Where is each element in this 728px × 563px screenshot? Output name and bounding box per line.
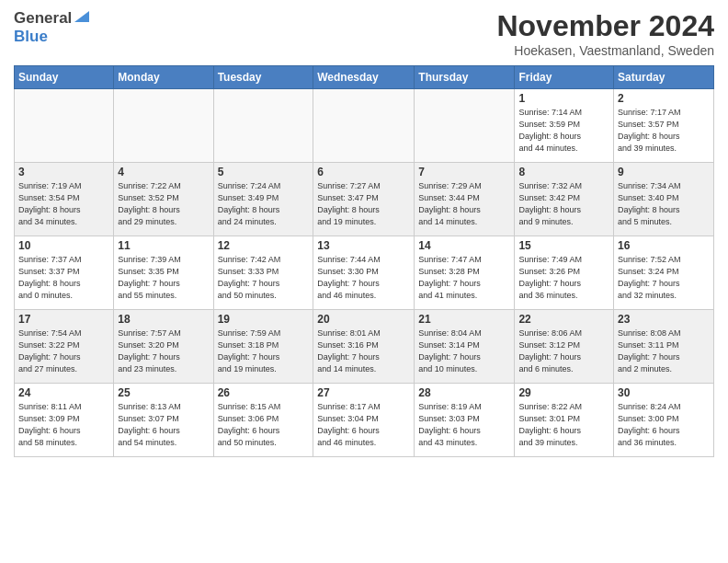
calendar-week-2: 3Sunrise: 7:19 AM Sunset: 3:54 PM Daylig… bbox=[15, 163, 714, 236]
day-number: 25 bbox=[118, 386, 209, 399]
calendar-cell: 10Sunrise: 7:37 AM Sunset: 3:37 PM Dayli… bbox=[15, 236, 114, 310]
title-area: November 2024 Hoekasen, Vaestmanland, Sw… bbox=[496, 9, 714, 58]
day-number: 15 bbox=[518, 239, 609, 252]
page: General Blue November 2024 Hoekasen, Vae… bbox=[0, 0, 728, 563]
calendar-cell: 29Sunrise: 8:22 AM Sunset: 3:01 PM Dayli… bbox=[515, 384, 614, 457]
calendar-cell: 12Sunrise: 7:42 AM Sunset: 3:33 PM Dayli… bbox=[213, 236, 313, 310]
day-number: 11 bbox=[118, 239, 209, 252]
day-number: 8 bbox=[518, 166, 609, 178]
day-info: Sunrise: 7:39 AM Sunset: 3:35 PM Dayligh… bbox=[118, 254, 209, 302]
calendar-cell bbox=[15, 89, 114, 163]
calendar-cell: 18Sunrise: 7:57 AM Sunset: 3:20 PM Dayli… bbox=[114, 310, 213, 384]
logo-blue-text: Blue bbox=[14, 28, 48, 45]
day-info: Sunrise: 8:04 AM Sunset: 3:14 PM Dayligh… bbox=[418, 327, 510, 375]
day-info: Sunrise: 7:52 AM Sunset: 3:24 PM Dayligh… bbox=[618, 254, 710, 302]
calendar-header-friday: Friday bbox=[515, 66, 614, 89]
calendar-cell: 22Sunrise: 8:06 AM Sunset: 3:12 PM Dayli… bbox=[515, 310, 614, 384]
calendar-table: SundayMondayTuesdayWednesdayThursdayFrid… bbox=[14, 65, 714, 457]
day-info: Sunrise: 8:24 AM Sunset: 3:00 PM Dayligh… bbox=[618, 401, 710, 449]
calendar-cell: 30Sunrise: 8:24 AM Sunset: 3:00 PM Dayli… bbox=[614, 384, 714, 457]
calendar-cell: 16Sunrise: 7:52 AM Sunset: 3:24 PM Dayli… bbox=[614, 236, 714, 310]
calendar-week-3: 10Sunrise: 7:37 AM Sunset: 3:37 PM Dayli… bbox=[15, 236, 714, 310]
day-info: Sunrise: 7:29 AM Sunset: 3:44 PM Dayligh… bbox=[418, 180, 510, 228]
day-number: 1 bbox=[518, 92, 609, 105]
day-number: 24 bbox=[18, 386, 109, 399]
calendar-header-row: SundayMondayTuesdayWednesdayThursdayFrid… bbox=[15, 66, 714, 89]
calendar-cell: 9Sunrise: 7:34 AM Sunset: 3:40 PM Daylig… bbox=[614, 163, 714, 236]
calendar-cell: 5Sunrise: 7:24 AM Sunset: 3:49 PM Daylig… bbox=[213, 163, 313, 236]
day-number: 12 bbox=[218, 239, 310, 252]
day-number: 28 bbox=[418, 386, 510, 399]
calendar-week-1: 1Sunrise: 7:14 AM Sunset: 3:59 PM Daylig… bbox=[15, 89, 714, 163]
calendar-cell: 20Sunrise: 8:01 AM Sunset: 3:16 PM Dayli… bbox=[313, 310, 415, 384]
day-number: 29 bbox=[518, 386, 609, 399]
day-number: 10 bbox=[18, 239, 109, 252]
day-info: Sunrise: 7:59 AM Sunset: 3:18 PM Dayligh… bbox=[218, 327, 310, 375]
calendar-header-wednesday: Wednesday bbox=[313, 66, 415, 89]
calendar-cell: 24Sunrise: 8:11 AM Sunset: 3:09 PM Dayli… bbox=[15, 384, 114, 457]
day-info: Sunrise: 7:47 AM Sunset: 3:28 PM Dayligh… bbox=[418, 254, 510, 302]
calendar-cell: 23Sunrise: 8:08 AM Sunset: 3:11 PM Dayli… bbox=[614, 310, 714, 384]
calendar-cell: 19Sunrise: 7:59 AM Sunset: 3:18 PM Dayli… bbox=[213, 310, 313, 384]
calendar-cell: 25Sunrise: 8:13 AM Sunset: 3:07 PM Dayli… bbox=[114, 384, 213, 457]
header: General Blue November 2024 Hoekasen, Vae… bbox=[14, 9, 714, 58]
calendar-cell: 14Sunrise: 7:47 AM Sunset: 3:28 PM Dayli… bbox=[415, 236, 515, 310]
day-number: 21 bbox=[418, 313, 510, 326]
day-number: 20 bbox=[317, 313, 410, 326]
day-info: Sunrise: 7:54 AM Sunset: 3:22 PM Dayligh… bbox=[18, 327, 109, 375]
day-info: Sunrise: 7:44 AM Sunset: 3:30 PM Dayligh… bbox=[317, 254, 410, 302]
day-number: 22 bbox=[518, 313, 609, 326]
calendar-cell bbox=[313, 89, 415, 163]
day-info: Sunrise: 7:32 AM Sunset: 3:42 PM Dayligh… bbox=[518, 180, 609, 228]
day-info: Sunrise: 7:19 AM Sunset: 3:54 PM Dayligh… bbox=[18, 180, 109, 228]
day-info: Sunrise: 8:13 AM Sunset: 3:07 PM Dayligh… bbox=[118, 401, 209, 449]
day-info: Sunrise: 7:37 AM Sunset: 3:37 PM Dayligh… bbox=[18, 254, 109, 302]
calendar-cell: 21Sunrise: 8:04 AM Sunset: 3:14 PM Dayli… bbox=[415, 310, 515, 384]
calendar-cell: 15Sunrise: 7:49 AM Sunset: 3:26 PM Dayli… bbox=[515, 236, 614, 310]
logo-general-text: General bbox=[14, 9, 72, 28]
main-title: November 2024 bbox=[496, 9, 714, 43]
day-info: Sunrise: 7:17 AM Sunset: 3:57 PM Dayligh… bbox=[618, 107, 710, 155]
day-info: Sunrise: 8:15 AM Sunset: 3:06 PM Dayligh… bbox=[218, 401, 310, 449]
calendar-week-5: 24Sunrise: 8:11 AM Sunset: 3:09 PM Dayli… bbox=[15, 384, 714, 457]
calendar-header-sunday: Sunday bbox=[15, 66, 114, 89]
calendar-header-monday: Monday bbox=[114, 66, 213, 89]
day-info: Sunrise: 8:22 AM Sunset: 3:01 PM Dayligh… bbox=[518, 401, 609, 449]
day-number: 3 bbox=[18, 166, 109, 178]
calendar-cell bbox=[114, 89, 213, 163]
calendar-header-tuesday: Tuesday bbox=[213, 66, 313, 89]
calendar-cell: 27Sunrise: 8:17 AM Sunset: 3:04 PM Dayli… bbox=[313, 384, 415, 457]
calendar-cell: 6Sunrise: 7:27 AM Sunset: 3:47 PM Daylig… bbox=[313, 163, 415, 236]
day-info: Sunrise: 7:27 AM Sunset: 3:47 PM Dayligh… bbox=[317, 180, 410, 228]
logo-blue-line: Blue bbox=[14, 28, 90, 46]
day-number: 30 bbox=[618, 386, 710, 399]
day-info: Sunrise: 7:24 AM Sunset: 3:49 PM Dayligh… bbox=[218, 180, 310, 228]
calendar-cell bbox=[415, 89, 515, 163]
logo-triangle-icon bbox=[74, 10, 90, 27]
day-info: Sunrise: 7:14 AM Sunset: 3:59 PM Dayligh… bbox=[518, 107, 609, 155]
day-info: Sunrise: 7:42 AM Sunset: 3:33 PM Dayligh… bbox=[218, 254, 310, 302]
subtitle: Hoekasen, Vaestmanland, Sweden bbox=[496, 43, 714, 58]
day-info: Sunrise: 8:19 AM Sunset: 3:03 PM Dayligh… bbox=[418, 401, 510, 449]
calendar-cell bbox=[213, 89, 313, 163]
calendar-cell: 17Sunrise: 7:54 AM Sunset: 3:22 PM Dayli… bbox=[15, 310, 114, 384]
svg-marker-0 bbox=[74, 11, 89, 22]
day-number: 6 bbox=[317, 166, 410, 178]
day-number: 16 bbox=[618, 239, 710, 252]
calendar-header-thursday: Thursday bbox=[415, 66, 515, 89]
calendar-cell: 26Sunrise: 8:15 AM Sunset: 3:06 PM Dayli… bbox=[213, 384, 313, 457]
day-info: Sunrise: 7:34 AM Sunset: 3:40 PM Dayligh… bbox=[618, 180, 710, 228]
day-number: 9 bbox=[618, 166, 710, 178]
calendar-cell: 8Sunrise: 7:32 AM Sunset: 3:42 PM Daylig… bbox=[515, 163, 614, 236]
day-info: Sunrise: 7:22 AM Sunset: 3:52 PM Dayligh… bbox=[118, 180, 209, 228]
day-number: 5 bbox=[218, 166, 310, 178]
calendar-cell: 1Sunrise: 7:14 AM Sunset: 3:59 PM Daylig… bbox=[515, 89, 614, 163]
day-info: Sunrise: 8:01 AM Sunset: 3:16 PM Dayligh… bbox=[317, 327, 410, 375]
day-info: Sunrise: 8:17 AM Sunset: 3:04 PM Dayligh… bbox=[317, 401, 410, 449]
calendar-cell: 11Sunrise: 7:39 AM Sunset: 3:35 PM Dayli… bbox=[114, 236, 213, 310]
day-number: 14 bbox=[418, 239, 510, 252]
day-info: Sunrise: 7:57 AM Sunset: 3:20 PM Dayligh… bbox=[118, 327, 209, 375]
day-number: 18 bbox=[118, 313, 209, 326]
logo: General Blue bbox=[14, 9, 90, 46]
day-info: Sunrise: 8:08 AM Sunset: 3:11 PM Dayligh… bbox=[618, 327, 710, 375]
